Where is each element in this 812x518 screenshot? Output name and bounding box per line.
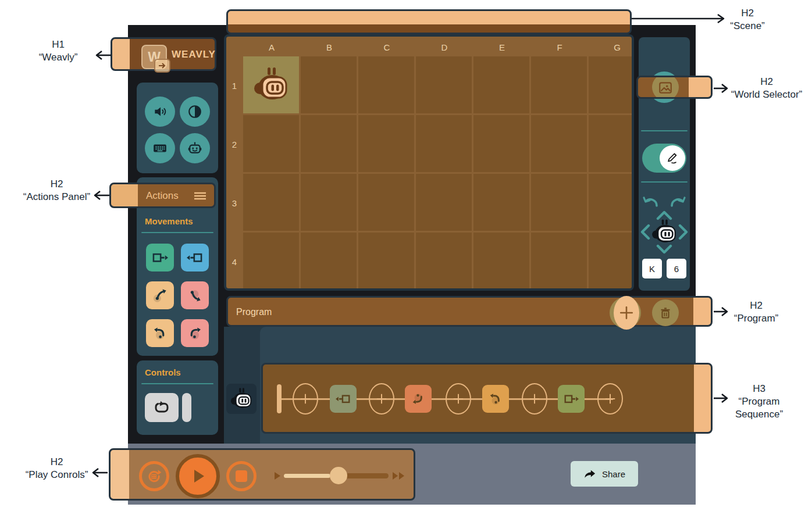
robot-icon — [187, 141, 202, 156]
turn-right-90-button[interactable] — [181, 319, 209, 347]
grid-cell — [473, 233, 529, 290]
image-icon — [658, 80, 673, 95]
scene-robot-character[interactable] — [252, 66, 290, 103]
slow-speed-icon[interactable] — [273, 471, 281, 480]
robot-mode-button[interactable] — [180, 133, 210, 163]
rotate-right-button[interactable] — [670, 195, 686, 208]
speed-slider-handle[interactable] — [330, 467, 347, 484]
add-step-slot[interactable] — [369, 383, 394, 415]
hamburger-icon[interactable] — [194, 192, 206, 200]
grid-cell — [416, 115, 472, 172]
controls-section-title: Controls — [145, 367, 181, 377]
turn-left-90-button[interactable] — [146, 319, 174, 347]
utility-panel — [137, 83, 218, 173]
loop-end-block[interactable] — [182, 393, 191, 422]
turn-right-45-button[interactable] — [181, 281, 209, 309]
audio-button[interactable] — [145, 97, 175, 127]
contrast-button[interactable] — [180, 97, 210, 127]
plus-icon — [528, 392, 541, 405]
keyboard-button[interactable] — [145, 133, 175, 163]
scene-column-label: C — [375, 42, 398, 52]
annotation-arrow-weavly — [92, 49, 112, 61]
keyboard-icon — [152, 141, 168, 156]
grid-cell — [416, 174, 472, 231]
grid-cell — [589, 56, 634, 113]
scene-grid — [243, 56, 634, 291]
add-step-slot[interactable] — [446, 383, 471, 415]
scene-column-label: E — [490, 42, 514, 52]
program-step-move-backward[interactable] — [330, 385, 357, 413]
annotation-label-weavly: H1 “Weavly” — [17, 38, 99, 64]
program-step-turn-right-90[interactable] — [405, 385, 432, 413]
scene-column-label: B — [318, 42, 341, 52]
fast-speed-icon[interactable] — [392, 471, 406, 480]
annotation-arrow-actions-panel — [90, 190, 110, 201]
move-forward-button[interactable] — [146, 244, 174, 271]
grid-cell — [473, 56, 529, 113]
move-backward-icon — [336, 391, 351, 406]
program-sequence-highlight-box — [261, 363, 713, 434]
rotate-left-button[interactable] — [642, 195, 658, 208]
play-controls-highlight-box — [109, 448, 415, 501]
grid-cell — [301, 233, 357, 290]
add-step-button[interactable] — [614, 296, 639, 330]
scene-column-label: D — [433, 42, 456, 52]
share-button[interactable]: Share — [571, 461, 638, 487]
scene-highlight-box — [226, 9, 632, 34]
reset-icon — [147, 469, 162, 484]
speed-slider-track-right[interactable] — [346, 473, 389, 478]
turn-left-90-icon — [152, 325, 168, 341]
loop-block-button[interactable] — [145, 393, 179, 422]
move-left-button[interactable] — [640, 224, 650, 240]
section-divider — [141, 232, 213, 233]
grid-cell — [589, 174, 634, 231]
plus-icon — [619, 305, 634, 320]
dpad-robot-character[interactable] — [651, 219, 678, 245]
add-step-slot[interactable] — [293, 383, 318, 415]
grid-cell — [531, 233, 587, 290]
stop-button[interactable] — [226, 461, 257, 491]
annotation-label-program-sequence: H3 “Program Sequence” — [721, 383, 797, 421]
world-selector-highlight-box — [636, 76, 713, 99]
reset-button[interactable] — [139, 461, 169, 491]
grid-cell — [473, 174, 529, 231]
add-step-slot[interactable] — [522, 383, 547, 415]
turn-right-45-icon — [187, 287, 203, 303]
speed-slider-track-left[interactable] — [284, 474, 330, 478]
grid-cell — [301, 56, 357, 113]
grid-cell — [531, 174, 587, 231]
play-icon — [188, 466, 208, 486]
move-down-button[interactable] — [656, 244, 672, 254]
program-character-slot[interactable] — [226, 384, 257, 414]
grid-cell — [358, 233, 414, 290]
turn-left-45-button[interactable] — [146, 281, 174, 309]
program-step-move-forward[interactable] — [558, 385, 585, 413]
chevron-left-icon — [640, 224, 650, 240]
key-binding-k[interactable]: K — [642, 259, 662, 278]
move-backward-button[interactable] — [181, 244, 209, 271]
grid-cell — [589, 233, 634, 290]
grid-cell — [416, 56, 472, 113]
section-divider — [141, 383, 213, 384]
annotation-arrow-play-controls — [88, 467, 108, 478]
trash-icon — [658, 306, 672, 320]
arrow-right-icon — [154, 59, 170, 73]
play-button[interactable] — [176, 454, 220, 498]
delete-all-button[interactable] — [652, 299, 679, 326]
screenshot-stage: Movements Controls — [0, 0, 812, 518]
move-right-button[interactable] — [678, 224, 688, 240]
pen-toggle-knob[interactable] — [660, 145, 685, 171]
grid-cell — [531, 56, 587, 113]
grid-cell — [531, 115, 587, 172]
logo-highlight-box: W WEAVLY — [111, 37, 216, 71]
panel-divider — [641, 130, 688, 131]
loop-icon — [153, 399, 170, 416]
program-header-title: Program — [236, 307, 272, 317]
actions-header-highlight-box: Actions — [109, 183, 216, 208]
program-step-turn-left-90[interactable] — [482, 385, 509, 413]
app-title: WEAVLY — [172, 49, 216, 60]
move-backward-icon — [187, 249, 203, 266]
key-binding-6[interactable]: 6 — [667, 259, 686, 278]
grid-cell — [473, 115, 529, 172]
add-step-slot[interactable] — [597, 383, 623, 415]
